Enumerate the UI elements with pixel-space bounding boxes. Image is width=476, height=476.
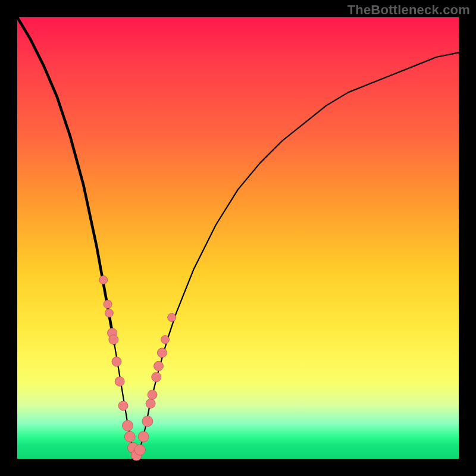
sample-dot [134, 444, 145, 455]
sample-dot [157, 348, 167, 358]
sample-dot [142, 416, 153, 427]
sample-dot [99, 275, 108, 284]
sample-dot [146, 399, 155, 408]
sample-dot [104, 300, 112, 308]
sample-dot [109, 335, 118, 345]
chart-frame: TheBottleneck.com [0, 0, 476, 476]
curve-svg [17, 17, 459, 459]
sample-dot [123, 420, 133, 431]
sample-dot [168, 314, 176, 322]
sample-dot [148, 390, 157, 399]
plot-area [17, 17, 459, 459]
sample-dot [138, 431, 149, 442]
bottleneck-curve [17, 17, 459, 459]
sample-dot [124, 431, 135, 442]
sample-dot [161, 336, 170, 344]
sample-dot [118, 401, 128, 411]
sample-dot [115, 377, 124, 386]
sample-dots [99, 275, 176, 461]
sample-dot [105, 309, 113, 317]
sample-dot [112, 357, 121, 367]
watermark-text: TheBottleneck.com [347, 2, 470, 18]
sample-dot [154, 361, 163, 371]
sample-dot [152, 372, 161, 382]
